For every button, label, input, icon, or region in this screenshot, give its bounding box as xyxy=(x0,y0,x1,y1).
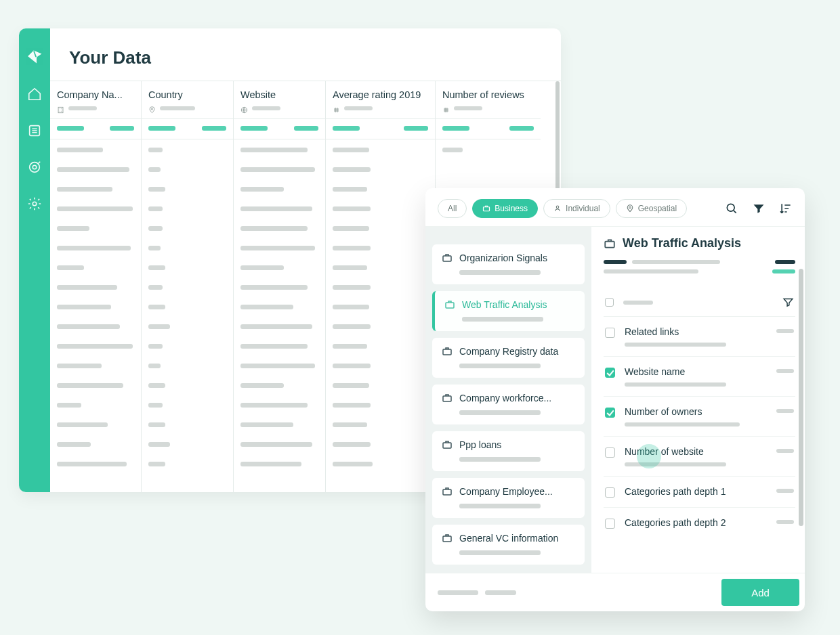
column-title: Country xyxy=(148,89,226,100)
category-item[interactable]: Company Registry data xyxy=(432,338,585,378)
category-label: Company workforce... xyxy=(459,393,551,403)
panel-toolbar: All Business Individual Geospatial xyxy=(425,188,805,226)
signal-label: Website name xyxy=(625,366,767,377)
column-header[interactable]: Country xyxy=(142,81,233,119)
category-label: Web Traffic Analysis xyxy=(462,299,547,310)
signal-label: Related links xyxy=(625,326,767,337)
category-label: Company Employee... xyxy=(459,486,553,497)
settings-icon[interactable] xyxy=(27,196,42,214)
add-button[interactable]: Add xyxy=(721,579,799,606)
category-item[interactable]: Organizarion Signals xyxy=(432,244,585,284)
placeholder-line xyxy=(438,590,478,595)
signal-item[interactable]: Number of website xyxy=(604,436,795,476)
column-summary xyxy=(50,119,141,139)
svg-rect-13 xyxy=(443,349,451,355)
svg-point-10 xyxy=(727,204,734,211)
target-icon[interactable] xyxy=(27,160,42,177)
column-header[interactable]: Company Na... xyxy=(50,81,141,119)
signal-item[interactable]: Website name xyxy=(604,356,795,396)
logo-icon xyxy=(26,47,43,68)
category-label: General VC information xyxy=(459,533,558,544)
page-title: Your Data xyxy=(50,28,561,81)
signal-item[interactable]: Categories path depth 2 xyxy=(604,507,795,538)
hash-icon xyxy=(442,104,450,112)
signal-list: Related links Website name xyxy=(604,316,795,573)
category-item[interactable]: Company Employee... xyxy=(432,478,585,518)
svg-point-3 xyxy=(33,202,37,206)
signal-tag xyxy=(776,329,794,333)
column-header[interactable]: Number of reviews xyxy=(436,81,541,119)
column-header[interactable]: Average rating 2019 xyxy=(326,81,435,119)
signal-label: Categories path depth 2 xyxy=(625,517,767,528)
category-item[interactable]: Web Traffic Analysis xyxy=(432,291,585,331)
panel-footer: Add xyxy=(425,573,805,611)
placeholder-line xyxy=(252,106,280,110)
sort-icon[interactable] xyxy=(779,202,793,215)
signal-checkbox[interactable] xyxy=(605,368,615,378)
filter-icon[interactable] xyxy=(782,297,794,308)
svg-rect-18 xyxy=(605,241,614,247)
svg-rect-15 xyxy=(443,443,451,448)
filter-label: Geospatial xyxy=(638,204,677,213)
panel-body: Organizarion Signals Web Traffic Analysi… xyxy=(425,226,805,573)
pin-icon xyxy=(148,104,156,112)
filter-label: Individual xyxy=(566,204,600,213)
column-header[interactable]: Website xyxy=(234,81,325,119)
signal-label: Categories path depth 1 xyxy=(625,486,767,497)
signal-checkbox[interactable] xyxy=(605,408,615,418)
chip xyxy=(110,126,134,131)
list-icon[interactable] xyxy=(27,123,42,141)
signal-filterbar xyxy=(604,294,795,311)
svg-rect-4 xyxy=(58,107,63,112)
column-company-name: Company Na... xyxy=(50,81,142,492)
placeholder-line xyxy=(485,590,516,595)
category-item[interactable]: General VC information xyxy=(432,525,585,565)
signal-item[interactable]: Related links xyxy=(604,316,795,356)
column-title: Average rating 2019 xyxy=(333,89,428,100)
category-list: Organizarion Signals Web Traffic Analysi… xyxy=(425,227,591,573)
signal-checkbox[interactable] xyxy=(605,487,615,498)
detail-pane: Web Traffic Analysis xyxy=(591,227,805,573)
detail-title: Web Traffic Analysis xyxy=(623,236,741,250)
svg-rect-11 xyxy=(443,256,451,261)
search-icon[interactable] xyxy=(725,202,738,215)
signals-panel: All Business Individual Geospatial Organ xyxy=(425,188,805,611)
placeholder-line xyxy=(68,106,97,110)
signal-checkbox[interactable] xyxy=(605,328,615,338)
signal-checkbox[interactable] xyxy=(605,447,615,458)
svg-point-9 xyxy=(629,206,631,208)
column-website: Website xyxy=(234,81,326,492)
svg-rect-14 xyxy=(443,396,451,401)
home-icon[interactable] xyxy=(27,87,42,104)
building-icon xyxy=(57,104,64,112)
filter-business[interactable]: Business xyxy=(472,199,538,218)
detail-title-row: Web Traffic Analysis xyxy=(604,236,795,250)
placeholder-line xyxy=(623,301,653,305)
filter-all[interactable]: All xyxy=(438,199,467,218)
detail-scrollbar[interactable] xyxy=(799,269,803,526)
svg-point-2 xyxy=(33,165,37,169)
signal-checkbox[interactable] xyxy=(605,519,615,529)
svg-rect-7 xyxy=(484,207,490,211)
svg-rect-12 xyxy=(446,303,454,308)
column-title: Number of reviews xyxy=(442,89,534,100)
signal-label: Number of website xyxy=(625,446,767,457)
category-item[interactable]: Company workforce... xyxy=(432,385,585,424)
column-avg-rating: Average rating 2019 xyxy=(326,81,436,492)
filter-geospatial[interactable]: Geospatial xyxy=(616,199,687,218)
category-label: Company Registry data xyxy=(459,346,558,357)
placeholder-line xyxy=(344,106,373,110)
column-country: Country xyxy=(142,81,234,492)
category-item[interactable]: Ppp loans xyxy=(432,431,585,471)
placeholder-line xyxy=(454,106,482,110)
filter-icon[interactable] xyxy=(752,202,765,215)
signal-item[interactable]: Categories path depth 1 xyxy=(604,476,795,507)
placeholder-line xyxy=(160,106,195,110)
svg-rect-17 xyxy=(443,536,451,542)
signal-item[interactable]: Number of owners xyxy=(604,396,795,436)
category-label: Ppp loans xyxy=(459,439,501,450)
filter-individual[interactable]: Individual xyxy=(543,199,610,218)
select-all-checkbox[interactable] xyxy=(605,298,614,307)
app-sidebar xyxy=(19,28,50,492)
hash-icon xyxy=(333,104,340,112)
